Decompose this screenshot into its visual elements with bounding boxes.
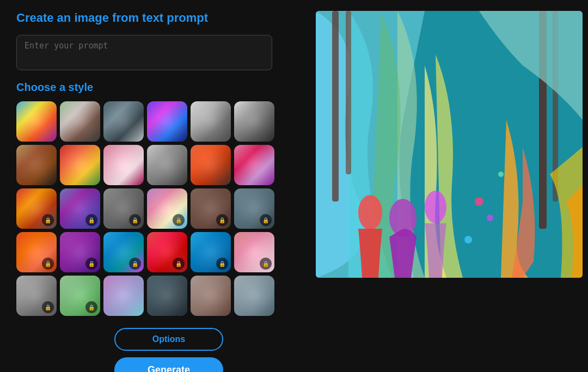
style-tile-20[interactable]: 🔒 [103, 232, 144, 272]
svg-point-9 [487, 215, 493, 221]
buttons-row: Options Generate [38, 328, 299, 372]
lock-icon: 🔒 [85, 258, 97, 270]
style-tile-13[interactable]: 🔒 [60, 188, 100, 229]
style-tile-8[interactable] [103, 145, 144, 185]
svg-point-8 [475, 197, 483, 206]
lock-icon: 🔒 [216, 258, 228, 270]
style-tile-5[interactable] [234, 101, 274, 142]
page-title: Create an image from text prompt [16, 11, 299, 25]
svg-point-10 [464, 236, 472, 243]
lock-icon: 🔒 [260, 214, 272, 226]
svg-rect-5 [346, 11, 351, 174]
lock-icon: 🔒 [173, 214, 185, 226]
style-tile-21[interactable]: 🔒 [147, 232, 187, 272]
style-tile-7[interactable] [60, 145, 100, 185]
choose-style-label: Choose a style [16, 81, 299, 94]
style-tile-0[interactable] [16, 101, 57, 142]
lock-icon: 🔒 [85, 301, 97, 313]
style-tile-9[interactable] [147, 145, 187, 185]
style-tile-28[interactable] [191, 276, 231, 316]
style-tile-26[interactable] [103, 276, 144, 316]
style-tile-3[interactable] [147, 101, 187, 142]
style-tile-4[interactable] [191, 101, 231, 142]
style-tile-24[interactable]: 🔒 [16, 276, 57, 316]
svg-point-11 [498, 172, 504, 177]
style-tile-10[interactable] [191, 145, 231, 185]
style-tile-12[interactable]: 🔒 [16, 188, 57, 229]
left-panel: Create an image from text prompt Choose … [16, 11, 299, 372]
style-tile-22[interactable]: 🔒 [191, 232, 231, 272]
right-panel [316, 11, 583, 278]
lock-icon: 🔒 [85, 214, 97, 226]
style-tile-6[interactable] [16, 145, 57, 185]
svg-rect-4 [332, 11, 339, 202]
lock-icon: 🔒 [42, 258, 54, 270]
style-tile-11[interactable] [234, 145, 274, 185]
style-tile-19[interactable]: 🔒 [60, 232, 100, 272]
lock-icon: 🔒 [173, 258, 185, 270]
lock-icon: 🔒 [42, 301, 54, 313]
lock-icon: 🔒 [129, 258, 141, 270]
lock-icon: 🔒 [260, 258, 272, 270]
style-tile-14[interactable]: 🔒 [103, 188, 144, 229]
style-tile-29[interactable] [234, 276, 274, 316]
style-tile-16[interactable]: 🔒 [191, 188, 231, 229]
options-button[interactable]: Options [114, 328, 223, 351]
generate-button[interactable]: Generate [114, 357, 223, 372]
style-tile-25[interactable]: 🔒 [60, 276, 100, 316]
style-grid: 🔒🔒🔒🔒🔒🔒🔒🔒🔒🔒🔒🔒🔒🔒 [16, 101, 299, 316]
style-tile-18[interactable]: 🔒 [16, 232, 57, 272]
style-tile-23[interactable]: 🔒 [234, 232, 274, 272]
svg-point-3 [358, 195, 382, 230]
lock-icon: 🔒 [129, 214, 141, 226]
lock-icon: 🔒 [42, 214, 54, 226]
lock-icon: 🔒 [216, 214, 228, 226]
prompt-input[interactable] [16, 35, 272, 70]
style-tile-1[interactable] [60, 101, 100, 142]
style-tile-27[interactable] [147, 276, 187, 316]
style-tile-2[interactable] [103, 101, 144, 142]
style-tile-17[interactable]: 🔒 [234, 188, 274, 229]
generated-image [316, 11, 583, 278]
style-tile-15[interactable]: 🔒 [147, 188, 187, 229]
svg-point-2 [425, 191, 446, 223]
